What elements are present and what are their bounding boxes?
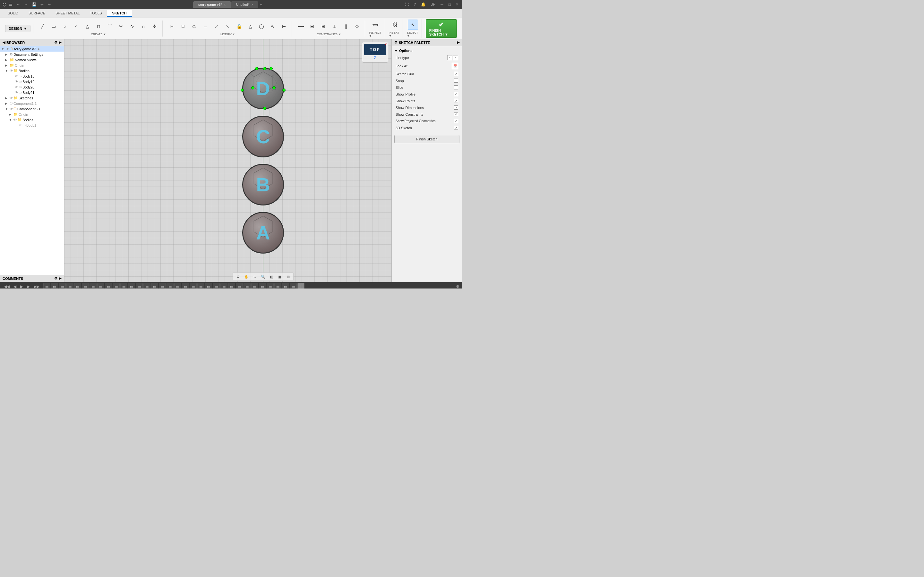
tree-item-body18[interactable]: 👁 ▭ Body18 <box>0 73 64 79</box>
tab-sketch[interactable]: SKETCH <box>107 10 132 17</box>
spline-tool[interactable]: ∿ <box>127 21 137 31</box>
tangent-tool[interactable]: △ <box>245 21 255 31</box>
ball-d[interactable]: D <box>242 68 284 109</box>
parallel-tool[interactable]: ∥ <box>341 21 351 31</box>
eye-icon-body1[interactable]: 👁 <box>19 123 22 127</box>
arc-tool[interactable]: ◜ <box>71 21 81 31</box>
nav-back-button[interactable]: ← <box>15 2 21 7</box>
finish-sketch-palette-button[interactable]: Finish Sketch <box>394 135 459 143</box>
comments-settings-icon[interactable]: ⚙ <box>54 276 57 280</box>
active-document-tab[interactable]: sorry game v8* × <box>193 1 231 8</box>
pattern-tool[interactable]: ◯ <box>256 21 267 31</box>
eye-icon-bodies[interactable]: 👁 <box>10 69 13 73</box>
coinc-tool[interactable]: ⊙ <box>352 21 362 31</box>
ellipse-tool[interactable]: ⬭ <box>189 21 199 31</box>
window-close[interactable]: × <box>455 2 459 7</box>
palette-section-options-header[interactable]: ▼ Options <box>392 47 462 54</box>
vertical-tool[interactable]: ⊞ <box>318 21 328 31</box>
timeline-tool-21[interactable]: ▭ <box>197 283 204 288</box>
inspect-tool[interactable]: ⟺ <box>370 19 381 30</box>
timeline-tool-18[interactable]: ▭ <box>174 283 181 288</box>
timeline-tool-16[interactable]: ▭ <box>159 283 166 288</box>
eye-icon-body18[interactable]: 👁 <box>15 74 18 78</box>
finish-sketch-button[interactable]: ✔ FINISH SKETCH ▼ <box>426 19 457 38</box>
linetype-prev-btn[interactable]: ‹ <box>447 55 452 60</box>
tree-item-named-views[interactable]: ▶ 📁 Named Views <box>0 57 64 63</box>
inactive-tab-close[interactable]: × <box>251 3 253 6</box>
timeline-tool-31[interactable]: ▭ <box>274 283 281 288</box>
timeline-tool-11[interactable]: ▭ <box>120 283 128 288</box>
3d-sketch-checkbox[interactable] <box>454 126 458 130</box>
circle-tool[interactable]: ○ <box>60 21 70 31</box>
show-dimensions-checkbox[interactable] <box>454 105 458 110</box>
eye-icon-bodies-nested[interactable]: 👁 <box>13 118 17 121</box>
timeline-tool-23[interactable]: ▭ <box>213 283 220 288</box>
eye-icon-root[interactable]: 👁 <box>6 47 9 51</box>
status-nav-first[interactable]: ◀◀ <box>3 284 11 288</box>
timeline-tool-30[interactable]: ▭ <box>267 283 274 288</box>
add-tab-button[interactable]: + <box>260 2 262 7</box>
viewport-pan-btn[interactable]: ✋ <box>243 274 250 280</box>
timeline-tool-14[interactable]: ▭ <box>144 283 150 288</box>
timeline-tool-25[interactable]: ▭ <box>228 283 235 288</box>
tab-solid[interactable]: SOLID <box>3 10 23 17</box>
ball-a[interactable]: A <box>242 212 284 253</box>
design-button[interactable]: DESIGN ▼ <box>5 25 31 32</box>
browser-settings-icon[interactable]: ⚙ <box>54 40 57 45</box>
timeline-playhead[interactable]: | <box>297 283 304 288</box>
mirror-tool[interactable]: ⟋ <box>212 21 222 31</box>
timeline-tool-12[interactable]: ▭ <box>128 283 135 288</box>
tab-surface[interactable]: SURFACE <box>23 10 50 17</box>
smooth-tool[interactable]: ∿ <box>268 21 278 31</box>
timeline-tool-28[interactable]: ▭ <box>251 283 258 288</box>
status-nav-play[interactable]: ▶ <box>19 284 24 288</box>
line-tool[interactable]: ╱ <box>37 21 47 31</box>
eye-icon-component3[interactable]: 👁 <box>10 107 13 111</box>
slice-checkbox[interactable] <box>454 85 458 89</box>
dim-tool[interactable]: ⟷ <box>296 21 306 31</box>
ball-b[interactable]: B <box>242 164 284 205</box>
timeline-tool-10[interactable]: ▭ <box>113 283 120 288</box>
timeline-tool-5[interactable]: ▭ <box>74 283 81 288</box>
timeline-tool-3[interactable]: ▭ <box>59 283 66 288</box>
eye-icon-body19[interactable]: 👁 <box>15 80 18 83</box>
linetype-next-btn[interactable]: › <box>453 55 458 60</box>
sketch-grid-checkbox[interactable] <box>454 72 458 76</box>
show-profile-checkbox[interactable] <box>454 92 458 96</box>
timeline-tool-9[interactable]: ▭ <box>105 283 112 288</box>
select-tool[interactable]: ↖ <box>408 19 418 30</box>
palette-expand-icon[interactable]: ▶ <box>457 40 459 45</box>
timeline-tool-22[interactable]: ▭ <box>205 283 212 288</box>
timeline-tool-8[interactable]: ▭ <box>97 283 104 288</box>
show-constraints-checkbox[interactable] <box>454 112 458 116</box>
timeline-tool-1[interactable]: ▭ <box>43 283 50 288</box>
timeline-tool-24[interactable]: ▭ <box>220 283 228 288</box>
horizontal-tool[interactable]: ⊟ <box>307 21 317 31</box>
ball-c[interactable]: C <box>242 116 284 157</box>
help-button[interactable]: ? <box>413 2 417 7</box>
tree-item-sketches[interactable]: ▶ 👁 📁 Sketches <box>0 95 64 101</box>
menu-button[interactable]: ☰ <box>8 2 14 7</box>
active-tab-close[interactable]: × <box>224 3 226 6</box>
eye-icon-body20[interactable]: 👁 <box>15 85 18 89</box>
notifications-button[interactable]: 🔔 <box>420 2 427 7</box>
tab-sheet-metal[interactable]: SHEET METAL <box>50 10 85 17</box>
tree-item-bodies[interactable]: ▼ 👁 📁 Bodies <box>0 68 64 73</box>
viewport-zoom-fit-btn[interactable]: ⊕ <box>252 274 258 280</box>
move-tool[interactable]: ✛ <box>150 21 160 31</box>
slot-tool[interactable]: ⊓ <box>94 21 103 31</box>
timeline-tool-20[interactable]: ▭ <box>190 283 197 288</box>
offset-tool[interactable]: ⊔ <box>178 21 188 31</box>
rect-tool[interactable]: ▭ <box>48 21 59 31</box>
expand-button[interactable]: ⛶ <box>404 2 410 7</box>
comments-expand-icon[interactable]: ▶ <box>59 276 61 280</box>
status-nav-last[interactable]: ▶▶ <box>32 284 41 288</box>
timeline-tool-15[interactable]: ▭ <box>151 283 158 288</box>
perp-tool[interactable]: ⊥ <box>330 21 340 31</box>
timeline-tool-27[interactable]: ▭ <box>244 283 250 288</box>
viewport-display-btn[interactable]: ◧ <box>268 274 275 280</box>
viewport-orbit-btn[interactable]: ⚙ <box>235 274 241 280</box>
timeline-tool-13[interactable]: ▭ <box>136 283 143 288</box>
tree-item-doc-settings[interactable]: ▶ ⚙ Document Settings <box>0 52 64 57</box>
tree-item-body1[interactable]: 👁 ▭ Body1 <box>0 122 64 128</box>
